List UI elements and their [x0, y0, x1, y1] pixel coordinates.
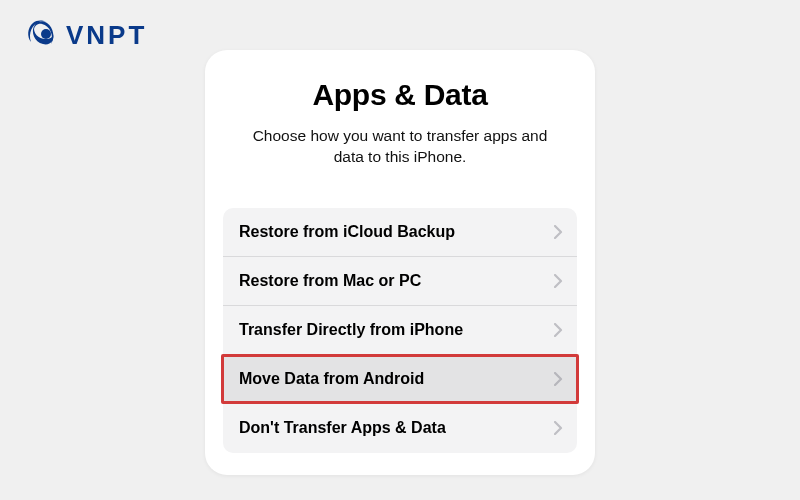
page-subtitle: Choose how you want to transfer apps and…: [223, 126, 577, 168]
page-title: Apps & Data: [223, 78, 577, 112]
chevron-right-icon: [554, 421, 563, 435]
option-restore-mac-pc[interactable]: Restore from Mac or PC: [223, 257, 577, 306]
option-label: Restore from Mac or PC: [239, 272, 421, 290]
vnpt-logo-icon: [24, 18, 58, 52]
brand-logo: VNPT: [24, 18, 147, 52]
option-label: Move Data from Android: [239, 370, 424, 388]
option-label: Restore from iCloud Backup: [239, 223, 455, 241]
transfer-options-list: Restore from iCloud Backup Restore from …: [223, 208, 577, 453]
option-transfer-iphone[interactable]: Transfer Directly from iPhone: [223, 306, 577, 355]
option-label: Don't Transfer Apps & Data: [239, 419, 446, 437]
chevron-right-icon: [554, 323, 563, 337]
chevron-right-icon: [554, 225, 563, 239]
option-label: Transfer Directly from iPhone: [239, 321, 463, 339]
chevron-right-icon: [554, 274, 563, 288]
option-dont-transfer[interactable]: Don't Transfer Apps & Data: [223, 404, 577, 453]
option-move-from-android[interactable]: Move Data from Android: [223, 355, 577, 404]
option-restore-icloud[interactable]: Restore from iCloud Backup: [223, 208, 577, 257]
chevron-right-icon: [554, 372, 563, 386]
svg-point-0: [41, 29, 51, 39]
brand-name: VNPT: [66, 20, 147, 51]
apps-and-data-card: Apps & Data Choose how you want to trans…: [205, 50, 595, 475]
